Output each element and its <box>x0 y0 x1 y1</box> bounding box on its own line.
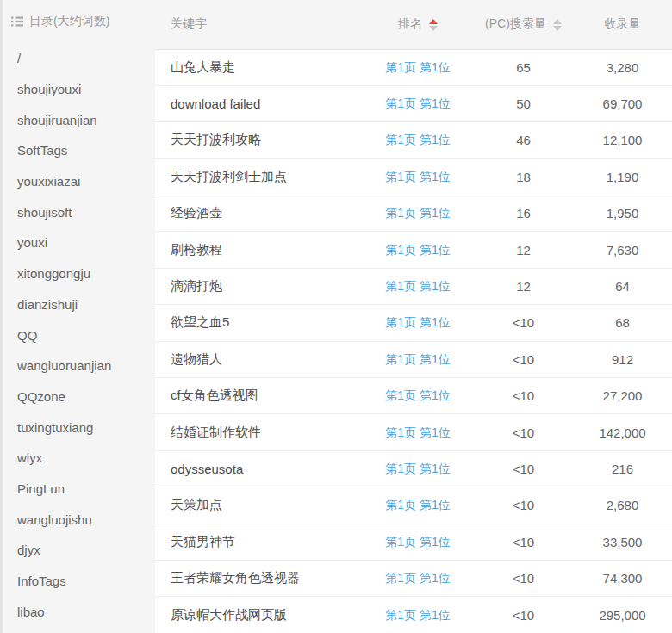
rank-link[interactable]: 第1页 第1位 <box>385 206 450 220</box>
rank-link[interactable]: 第1页 第1位 <box>385 279 450 293</box>
sidebar-item[interactable]: PingLun <box>0 474 155 505</box>
rank-cell: 第1页 第1位 <box>362 341 474 377</box>
index-count-cell: 74,300 <box>573 560 672 596</box>
table-row: 原谅帽大作战网页版第1页 第1位<10295,000 <box>155 597 672 633</box>
keyword-cell: 滴滴打炮 <box>155 268 362 304</box>
keyword-cell: 天天打波利剑士加点 <box>155 158 362 195</box>
table-row: 天策加点第1页 第1位<102,680 <box>155 487 672 524</box>
index-count-cell: 142,000 <box>573 414 672 450</box>
index-count-cell: 12,100 <box>573 122 672 158</box>
keyword-cell: 结婚证制作软件 <box>155 414 362 450</box>
index-count-cell: 1,190 <box>573 158 672 195</box>
index-count-cell: 69,700 <box>573 85 672 121</box>
list-icon <box>11 16 23 27</box>
rank-link[interactable]: 第1页 第1位 <box>385 60 450 74</box>
rank-link[interactable]: 第1页 第1位 <box>385 243 450 257</box>
sidebar-item[interactable]: shoujiruanjian <box>0 104 155 135</box>
rank-link[interactable]: 第1页 第1位 <box>385 133 450 146</box>
rank-cell: 第1页 第1位 <box>362 85 474 121</box>
rank-cell: 第1页 第1位 <box>362 524 474 560</box>
sidebar-title: 目录(大约词数) <box>29 14 109 29</box>
sort-desc-icon[interactable] <box>429 26 438 31</box>
rank-sort-control[interactable] <box>429 19 438 31</box>
rank-link[interactable]: 第1页 第1位 <box>385 425 450 439</box>
pc-search-cell: <10 <box>474 560 573 596</box>
rank-link[interactable]: 第1页 第1位 <box>385 96 450 110</box>
sidebar-item[interactable]: wangluojishu <box>0 504 155 535</box>
sidebar-item[interactable]: wangluoruanjian <box>0 351 155 382</box>
table-row: download failed第1页 第1位5069,700 <box>155 85 672 121</box>
pc-search-cell: 18 <box>474 158 573 195</box>
keyword-cell: 天天打波利攻略 <box>155 122 362 158</box>
rank-cell: 第1页 第1位 <box>362 122 474 158</box>
index-count-cell: 3,280 <box>573 49 672 85</box>
keyword-cell: 刷枪教程 <box>155 232 362 268</box>
keyword-cell: 经验酒壶 <box>155 195 362 232</box>
sidebar-item[interactable]: xitonggongju <box>0 258 155 289</box>
pc-search-cell: 65 <box>474 49 573 85</box>
rank-link[interactable]: 第1页 第1位 <box>385 315 450 329</box>
rank-cell: 第1页 第1位 <box>362 158 474 195</box>
rank-cell: 第1页 第1位 <box>362 49 474 85</box>
rank-link[interactable]: 第1页 第1位 <box>385 535 450 549</box>
sidebar-item[interactable]: shoujisoft <box>0 196 155 227</box>
sidebar-item[interactable]: InfoTags <box>0 566 155 597</box>
pc-search-cell: <10 <box>474 597 573 633</box>
table-row: 结婚证制作软件第1页 第1位<10142,000 <box>155 414 672 450</box>
sidebar-item[interactable]: / <box>0 43 155 74</box>
pc-search-cell: <10 <box>474 414 573 450</box>
pc-search-cell: 50 <box>474 85 573 121</box>
sidebar-item[interactable]: SoftTags <box>0 135 155 166</box>
index-count-cell: 64 <box>573 268 672 304</box>
index-count-cell: 33,500 <box>573 524 672 560</box>
rank-link[interactable]: 第1页 第1位 <box>385 352 450 366</box>
directory-sidebar: 目录(大约词数) /shoujiyouxishoujiruanjianSoftT… <box>0 0 155 633</box>
column-header-keyword: 关键字 <box>155 0 362 49</box>
sort-desc-icon[interactable] <box>553 26 562 31</box>
sidebar-item[interactable]: youxi <box>0 227 155 258</box>
pc-search-sort-control[interactable] <box>553 19 562 31</box>
column-header-pc-search-label: (PC)搜索量 <box>485 16 546 30</box>
sidebar-item[interactable]: djyx <box>0 535 155 566</box>
rank-link[interactable]: 第1页 第1位 <box>385 571 450 585</box>
rank-link[interactable]: 第1页 第1位 <box>385 170 450 183</box>
sidebar-item[interactable]: tuxingtuxiang <box>0 412 155 443</box>
sidebar-item[interactable]: dianzishuji <box>0 289 155 320</box>
sidebar-item[interactable]: libao <box>0 596 155 627</box>
index-count-cell: 7,630 <box>573 232 672 268</box>
rank-link[interactable]: 第1页 第1位 <box>385 498 450 512</box>
rank-link[interactable]: 第1页 第1位 <box>385 388 450 402</box>
rank-cell: 第1页 第1位 <box>362 597 474 633</box>
sort-asc-icon[interactable] <box>553 19 562 24</box>
rank-link[interactable]: 第1页 第1位 <box>385 608 450 622</box>
sidebar-item[interactable]: QQzone <box>0 382 155 413</box>
table-header-row: 关键字 排名 (PC)搜索量 收录量 <box>155 0 672 49</box>
pc-search-cell: <10 <box>474 305 573 341</box>
pc-search-cell: 12 <box>474 268 573 304</box>
rank-cell: 第1页 第1位 <box>362 378 474 414</box>
pc-search-cell: <10 <box>474 341 573 377</box>
table-row: 滴滴打炮第1页 第1位1264 <box>155 268 672 304</box>
keyword-cell: 原谅帽大作战网页版 <box>155 597 362 633</box>
table-row: 刷枪教程第1页 第1位127,630 <box>155 232 672 268</box>
index-count-cell: 295,000 <box>573 597 672 633</box>
pc-search-cell: 12 <box>474 232 573 268</box>
column-header-pc-search[interactable]: (PC)搜索量 <box>474 0 573 49</box>
rank-cell: 第1页 第1位 <box>362 450 474 487</box>
rank-link[interactable]: 第1页 第1位 <box>385 462 450 475</box>
sidebar-item[interactable]: shoujiyouxi <box>0 74 155 105</box>
sort-asc-icon[interactable] <box>429 19 438 24</box>
rank-cell: 第1页 第1位 <box>362 487 474 524</box>
sidebar-item[interactable]: QQ <box>0 320 155 351</box>
pc-search-cell: <10 <box>474 450 573 487</box>
column-header-rank[interactable]: 排名 <box>362 0 474 49</box>
keyword-table: 关键字 排名 (PC)搜索量 收录量 山兔大暴走第1页 第1位653,280do… <box>155 0 672 633</box>
rank-cell: 第1页 第1位 <box>362 232 474 268</box>
index-count-cell: 27,200 <box>573 378 672 414</box>
table-row: 经验酒壶第1页 第1位161,950 <box>155 195 672 232</box>
sidebar-item[interactable]: youxixiazai <box>0 166 155 197</box>
index-count-cell: 2,680 <box>573 487 672 524</box>
rank-cell: 第1页 第1位 <box>362 305 474 341</box>
sidebar-item[interactable]: wlyx <box>0 443 155 474</box>
pc-search-cell: <10 <box>474 524 573 560</box>
